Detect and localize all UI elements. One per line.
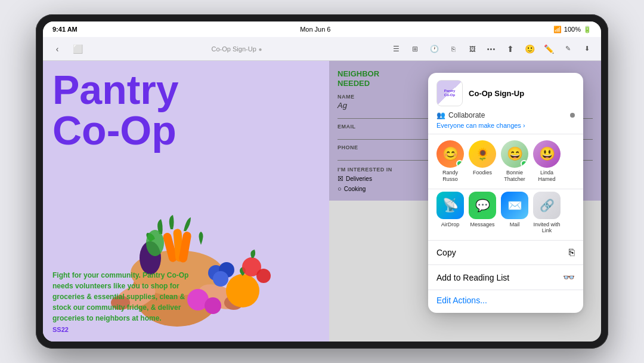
avatar-bonnie[interactable]: 😄 BonnieThatcher — [501, 140, 528, 183]
avatar-linda-name: LindaHamed — [538, 170, 555, 183]
avatar-randy[interactable]: 😊 RandyRusso — [436, 140, 464, 183]
popup-thumbnail: PantryCo-Op — [436, 80, 463, 106]
list-view-button[interactable]: ☰ — [388, 41, 404, 57]
document-icon-button[interactable]: ⬜ — [69, 41, 86, 57]
collaborate-status-dot — [570, 113, 575, 118]
svg-point-13 — [213, 271, 228, 287]
popup-doc-title: Co-Op Sign-Up — [469, 89, 575, 98]
image-button[interactable]: 🖼 — [464, 41, 481, 57]
avatar-linda-image: 😃 — [533, 140, 561, 168]
avatar-foodies-name: Foodies — [473, 170, 492, 176]
edit-actions-section: Edit Actions... — [428, 290, 583, 313]
svg-point-19 — [256, 269, 271, 283]
reading-list-icon: 👓 — [563, 272, 575, 283]
airdrop-label: AirDrop — [441, 222, 460, 228]
app-mail[interactable]: ✉️ Mail — [501, 192, 528, 228]
ipad-screen: 9:41 AM Mon Jun 6 📶 100% 🔋 ‹ ⬜ Co-Op Sig… — [43, 21, 601, 342]
markup-button[interactable]: ✎ — [559, 41, 576, 57]
document-title: Co-Op Sign-Up ● — [89, 44, 384, 53]
reading-list-label: Add to Reading List — [436, 273, 509, 282]
copy-icon: ⎘ — [569, 247, 575, 258]
poster: Pantry Co-Op Fight for your community. P… — [43, 61, 329, 342]
clock-button[interactable]: 🕐 — [426, 41, 442, 57]
collaborate-row[interactable]: 👥 Collaborate — [428, 111, 583, 122]
invite-link-label: Invited withLink — [533, 222, 560, 235]
copy-label: Copy — [436, 248, 456, 257]
poster-body-text: Fight for your community. Pantry Co-Op n… — [52, 270, 190, 324]
mail-icon: ✉️ — [501, 192, 528, 219]
svg-point-15 — [226, 274, 259, 307]
avatars-row: 😊 RandyRusso 🌻 Foodies 😄 — [428, 134, 583, 189]
battery-icon: 🔋 — [583, 26, 592, 33]
collaborate-label: 👥 Collaborate — [436, 111, 485, 119]
toolbar: ‹ ⬜ Co-Op Sign-Up ● ☰ ⊞ 🕐 ⎘ 🖼 ••• ⬆ 🙂 ✏️… — [43, 37, 601, 61]
battery-label: 100% — [564, 26, 581, 33]
share-popup: PantryCo-Op Co-Op Sign-Up 👥 Collaborate — [428, 73, 583, 313]
main-content: Pantry Co-Op Fight for your community. P… — [43, 61, 601, 342]
svg-point-14 — [146, 230, 164, 256]
save-button[interactable]: ⬇ — [578, 41, 595, 57]
apps-row: 📡 AirDrop 💬 Messages ✉️ Mail 🔗 — [428, 189, 583, 241]
more-icon: ••• — [487, 45, 496, 53]
app-invite-link[interactable]: 🔗 Invited withLink — [533, 192, 561, 235]
app-messages[interactable]: 💬 Messages — [469, 192, 496, 228]
grid-view-button[interactable]: ⊞ — [407, 41, 423, 57]
status-bar: 9:41 AM Mon Jun 6 📶 100% 🔋 — [43, 21, 601, 37]
mail-label: Mail — [510, 222, 520, 228]
toolbar-icons: ☰ ⊞ 🕐 ⎘ 🖼 ••• ⬆ 🙂 ✏️ ✎ ⬇ — [388, 41, 595, 57]
avatar-randy-image: 😊 — [436, 140, 464, 168]
wifi-icon: 📶 — [553, 26, 562, 33]
popup-header: PantryCo-Op Co-Op Sign-Up — [428, 73, 583, 111]
app-airdrop[interactable]: 📡 AirDrop — [436, 192, 464, 228]
avatar-randy-name: RandyRusso — [442, 170, 458, 183]
avatar-foodies-image: 🌻 — [469, 140, 496, 168]
right-content: NEIGHBOR NEEDED NAME Ag EMAIL PHONE — [329, 61, 601, 342]
ipad-device: 9:41 AM Mon Jun 6 📶 100% 🔋 ‹ ⬜ Co-Op Sig… — [36, 14, 608, 349]
avatar-bonnie-image: 😄 — [501, 140, 528, 168]
avatar-bonnie-name: BonnieThatcher — [504, 170, 525, 183]
emoji-button[interactable]: 🙂 — [521, 41, 538, 57]
reading-list-menu-item[interactable]: Add to Reading List 👓 — [428, 264, 583, 290]
back-button[interactable]: ‹ — [49, 41, 66, 57]
popup-title-area: Co-Op Sign-Up — [469, 89, 575, 98]
airdrop-icon: 📡 — [436, 192, 464, 219]
pencil-button[interactable]: ✏️ — [540, 41, 557, 57]
share-button[interactable]: ⬆ — [502, 41, 519, 57]
avatar-bonnie-status — [521, 160, 528, 167]
invite-link-icon: 🔗 — [533, 192, 561, 219]
more-button[interactable]: ••• — [483, 41, 500, 57]
poster-title-line1: Pantry — [52, 69, 179, 110]
avatar-foodies[interactable]: 🌻 Foodies — [469, 140, 496, 176]
svg-point-17 — [205, 297, 221, 314]
poster-season: SS22 — [52, 326, 69, 333]
collaborate-icon: 👥 — [436, 111, 445, 119]
everyone-can-changes[interactable]: Everyone can make changes — [428, 122, 583, 134]
status-date: Mon Jun 6 — [300, 26, 330, 33]
messages-icon: 💬 — [469, 192, 496, 219]
copy-menu-item[interactable]: Copy ⎘ — [428, 240, 583, 264]
copy-button[interactable]: ⎘ — [445, 41, 462, 57]
status-time: 9:41 AM — [52, 26, 78, 33]
edit-actions-button[interactable]: Edit Actions... — [436, 296, 487, 305]
status-right: 📶 100% 🔋 — [553, 26, 592, 33]
messages-label: Messages — [470, 222, 494, 228]
avatar-linda[interactable]: 😃 LindaHamed — [533, 140, 561, 183]
edited-dot: ● — [258, 46, 262, 53]
avatar-randy-status — [456, 160, 463, 167]
poster-title-line2: Co-Op — [52, 110, 179, 150]
